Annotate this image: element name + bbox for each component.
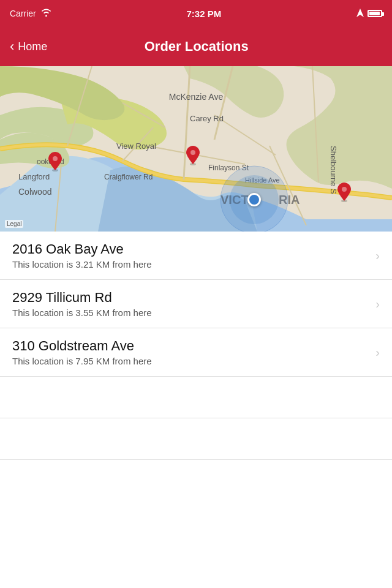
svg-point-28: [53, 156, 58, 161]
carrier-label: Carrier: [10, 9, 36, 18]
location-info-1: 2929 Tillicum Rd This location is 3.55 K…: [12, 290, 371, 318]
svg-text:Carey Rd: Carey Rd: [190, 114, 224, 123]
location-name-1: 2929 Tillicum Rd: [12, 290, 371, 306]
location-name-2: 310 Goldstream Ave: [12, 338, 371, 354]
map-marker-3[interactable]: [337, 183, 351, 205]
status-time: 7:32 PM: [187, 9, 222, 19]
status-bar: Carrier 7:32 PM: [0, 0, 392, 27]
svg-text:McKenzie Ave: McKenzie Ave: [169, 92, 224, 102]
empty-row-2: [0, 418, 392, 460]
chevron-right-icon-2: ›: [375, 345, 380, 360]
location-info-2: 310 Goldstream Ave This location is 7.95…: [12, 338, 371, 366]
status-left: Carrier: [10, 9, 51, 18]
wifi-icon: [41, 9, 51, 18]
location-distance-2: This location is 7.95 KM from here: [12, 356, 371, 366]
location-item-1[interactable]: 2929 Tillicum Rd This location is 3.55 K…: [0, 280, 392, 328]
svg-marker-0: [356, 9, 364, 17]
nav-bar: ‹ Home Order Locations: [0, 27, 392, 66]
page-title: Order Locations: [47, 39, 345, 55]
svg-text:Craigflower Rd: Craigflower Rd: [104, 173, 153, 181]
map-view[interactable]: McKenzie Ave Shelbourne S View Royal Cra…: [0, 66, 392, 232]
svg-text:View Royal: View Royal: [116, 141, 156, 151]
location-distance-1: This location is 3.55 KM from here: [12, 307, 371, 318]
battery-icon: [368, 10, 382, 17]
svg-text:Colwood: Colwood: [18, 187, 51, 197]
status-right: [356, 9, 382, 19]
svg-text:Langford: Langford: [18, 172, 50, 181]
location-distance-0: This location is 3.21 KM from here: [12, 259, 371, 270]
back-arrow-icon: ‹: [10, 40, 14, 53]
chevron-right-icon-0: ›: [375, 249, 380, 263]
empty-row-1: [0, 377, 392, 418]
back-button[interactable]: ‹ Home: [10, 40, 47, 53]
svg-point-30: [342, 187, 347, 192]
location-info-0: 2016 Oak Bay Ave This location is 3.21 K…: [12, 241, 371, 270]
location-list: 2016 Oak Bay Ave This location is 3.21 K…: [0, 232, 392, 460]
location-name-0: 2016 Oak Bay Ave: [12, 241, 371, 257]
location-icon: [356, 9, 364, 19]
chevron-right-icon-1: ›: [375, 297, 380, 311]
location-item-2[interactable]: 310 Goldstream Ave This location is 7.95…: [0, 328, 392, 377]
map-marker-1[interactable]: [186, 146, 200, 168]
current-location-dot: [247, 193, 261, 206]
map-legal-text: Legal: [5, 220, 23, 228]
map-marker-2[interactable]: [48, 152, 62, 174]
location-item-0[interactable]: 2016 Oak Bay Ave This location is 3.21 K…: [0, 232, 392, 280]
svg-text:Shelbourne S: Shelbourne S: [329, 146, 338, 194]
svg-point-26: [190, 150, 195, 155]
back-label: Home: [18, 40, 47, 53]
